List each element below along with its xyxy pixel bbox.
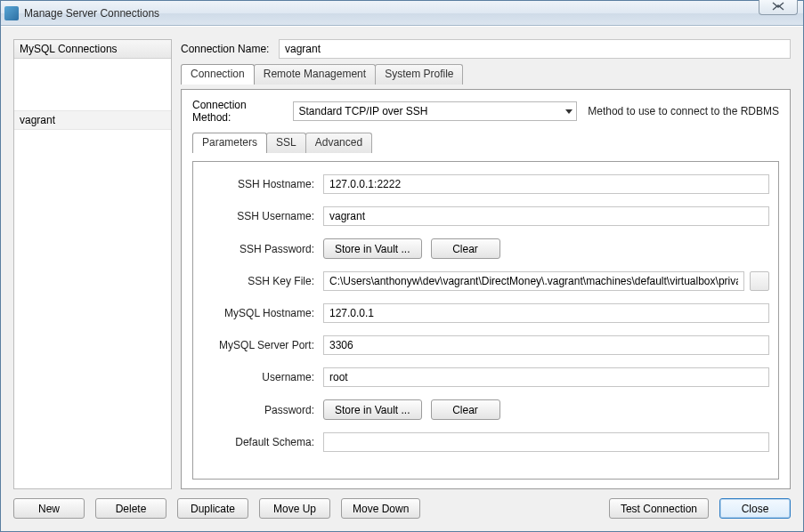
ssh-username-label: SSH Username: bbox=[202, 210, 316, 222]
main-tabs: Connection Remote Management System Prof… bbox=[181, 64, 791, 85]
move-up-button[interactable]: Move Up bbox=[259, 498, 330, 519]
tab-connection[interactable]: Connection bbox=[181, 64, 255, 85]
username-input[interactable] bbox=[323, 367, 769, 387]
window-close-button[interactable] bbox=[759, 0, 798, 15]
new-button[interactable]: New bbox=[13, 498, 85, 519]
ssh-keyfile-label: SSH Key File: bbox=[202, 275, 316, 287]
close-button[interactable]: Close bbox=[719, 498, 791, 519]
connections-panel: MySQL Connections vagrant bbox=[13, 39, 172, 489]
move-down-button[interactable]: Move Down bbox=[341, 498, 420, 519]
ssh-username-input[interactable] bbox=[323, 206, 769, 226]
connection-name-input[interactable] bbox=[279, 39, 791, 59]
ssh-hostname-input[interactable] bbox=[323, 174, 769, 194]
connection-method-row: Connection Method: Standard TCP/IP over … bbox=[192, 99, 779, 124]
password-label: Password: bbox=[202, 404, 316, 416]
default-schema-label: Default Schema: bbox=[202, 436, 316, 448]
app-icon bbox=[4, 6, 19, 20]
ssh-password-buttons: Store in Vault ... Clear bbox=[323, 238, 769, 259]
ssh-password-store-button[interactable]: Store in Vault ... bbox=[323, 238, 422, 259]
connection-name-label: Connection Name: bbox=[181, 43, 272, 55]
chevron-down-icon bbox=[565, 109, 573, 114]
param-tabs: Parameters SSL Advanced bbox=[192, 133, 779, 153]
tab-connection-body: Connection Method: Standard TCP/IP over … bbox=[181, 89, 791, 489]
client-area: MySQL Connections vagrant Connection Nam… bbox=[1, 26, 803, 531]
tab-ssl[interactable]: SSL bbox=[266, 133, 306, 153]
parameters-body: SSH Hostname: SSH Username: SSH Password… bbox=[192, 161, 779, 480]
tab-remote-management[interactable]: Remote Management bbox=[254, 64, 376, 85]
connection-method-hint: Method to use to connect to the RDBMS bbox=[588, 105, 779, 117]
tab-parameters[interactable]: Parameters bbox=[192, 133, 267, 153]
connections-blank-area bbox=[14, 59, 171, 110]
default-schema-input[interactable] bbox=[323, 432, 769, 452]
tab-advanced[interactable]: Advanced bbox=[305, 133, 372, 153]
password-buttons: Store in Vault ... Clear bbox=[323, 399, 769, 420]
parameters-form: SSH Hostname: SSH Username: SSH Password… bbox=[202, 174, 769, 452]
connection-method-label: Connection Method: bbox=[192, 99, 288, 124]
mysql-hostname-label: MySQL Hostname: bbox=[202, 307, 316, 319]
connection-method-value: Standard TCP/IP over SSH bbox=[299, 105, 428, 117]
ssh-keyfile-input[interactable] bbox=[323, 271, 744, 291]
manage-connections-window: Manage Server Connections MySQL Connecti… bbox=[0, 0, 804, 532]
ssh-password-label: SSH Password: bbox=[202, 243, 316, 255]
connection-item-vagrant[interactable]: vagrant bbox=[14, 110, 171, 130]
connections-list[interactable]: vagrant bbox=[14, 59, 171, 488]
connection-name-row: Connection Name: bbox=[181, 39, 791, 59]
delete-button[interactable]: Delete bbox=[95, 498, 166, 519]
mysql-port-label: MySQL Server Port: bbox=[202, 339, 316, 351]
titlebar: Manage Server Connections bbox=[1, 1, 803, 26]
mysql-hostname-input[interactable] bbox=[323, 303, 769, 323]
bottom-toolbar: New Delete Duplicate Move Up Move Down T… bbox=[13, 496, 791, 519]
tab-system-profile[interactable]: System Profile bbox=[375, 64, 463, 85]
mysql-port-input[interactable] bbox=[323, 335, 769, 355]
ssh-password-clear-button[interactable]: Clear bbox=[431, 238, 500, 259]
duplicate-button[interactable]: Duplicate bbox=[177, 498, 248, 519]
ssh-hostname-label: SSH Hostname: bbox=[202, 178, 316, 190]
test-connection-button[interactable]: Test Connection bbox=[609, 498, 709, 519]
ssh-keyfile-browse-button[interactable] bbox=[750, 271, 769, 291]
password-store-button[interactable]: Store in Vault ... bbox=[323, 399, 422, 420]
window-title: Manage Server Connections bbox=[24, 7, 159, 20]
connections-header: MySQL Connections bbox=[14, 40, 171, 59]
ssh-keyfile-row bbox=[323, 271, 769, 291]
details-panel: Connection Name: Connection Remote Manag… bbox=[181, 39, 791, 489]
username-label: Username: bbox=[202, 371, 316, 383]
close-icon bbox=[770, 2, 786, 11]
password-clear-button[interactable]: Clear bbox=[431, 399, 500, 420]
main-row: MySQL Connections vagrant Connection Nam… bbox=[13, 39, 791, 489]
connection-method-select[interactable]: Standard TCP/IP over SSH bbox=[293, 101, 578, 121]
